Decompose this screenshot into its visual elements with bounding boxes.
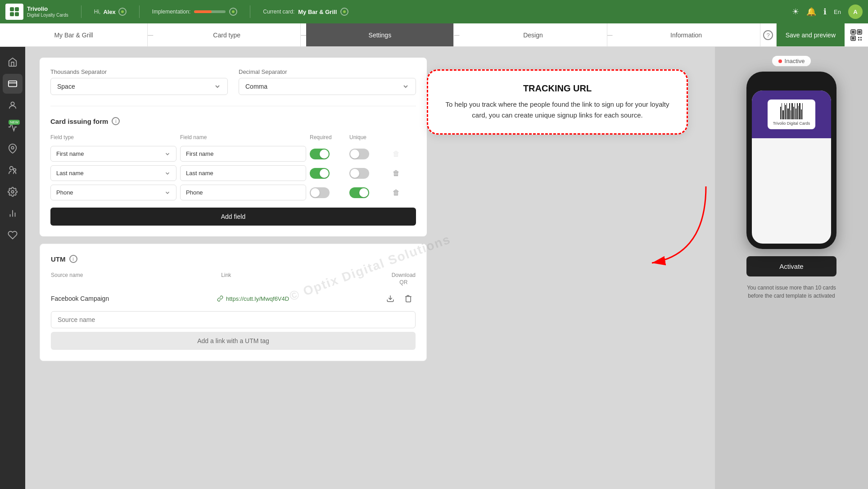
- logo-box: [5, 4, 23, 20]
- sidebar-item-card[interactable]: [3, 74, 23, 94]
- add-utm-link-button[interactable]: Add a link with a UTM tag: [51, 332, 416, 350]
- thousands-separator-select[interactable]: Space: [50, 78, 228, 95]
- phone-notch: [773, 77, 809, 87]
- decimal-separator-label: Decimal Separator: [239, 68, 416, 75]
- svg-rect-12: [9, 81, 17, 87]
- user-status-dot: [118, 8, 127, 16]
- barcode-label: Trivolio Digital Cards: [773, 121, 810, 126]
- lang-label[interactable]: En: [834, 9, 841, 15]
- utm-title: UTM: [51, 255, 66, 263]
- field-type-select-1[interactable]: First name: [50, 146, 176, 162]
- nav-right-icons: ☀ 🔔 ℹ En A: [792, 5, 863, 19]
- info-icon[interactable]: ℹ: [823, 7, 827, 17]
- svg-rect-8: [858, 37, 859, 38]
- svg-point-17: [14, 168, 16, 171]
- phone-screen: Trivolio Digital Cards: [752, 91, 831, 244]
- svg-rect-10: [858, 39, 859, 41]
- sidebar-item-analytics[interactable]: NEW: [3, 117, 23, 137]
- right-panel: TRACKING URL To help you track where the…: [715, 47, 868, 489]
- svg-text:?: ?: [767, 32, 770, 39]
- step-settings[interactable]: Settings: [306, 23, 454, 46]
- delete-field-3[interactable]: 🗑: [389, 186, 403, 200]
- step-my-bar[interactable]: My Bar & Grill: [0, 23, 148, 46]
- sidebar: NEW: [0, 47, 25, 489]
- utm-link-1[interactable]: https://cutt.ly/Mwqf6V4D: [217, 295, 378, 302]
- decimal-separator-select[interactable]: Comma: [239, 78, 416, 95]
- field-row-first-name: First name First name 🗑: [50, 146, 416, 162]
- field-type-col-header: Field type: [50, 134, 176, 140]
- utm-source-col-header: Source name: [51, 272, 216, 286]
- download-qr-button-1[interactable]: [383, 291, 398, 306]
- save-preview-button[interactable]: Save and preview: [777, 23, 845, 46]
- step-connector-4: —: [607, 32, 613, 38]
- divider-1: [50, 106, 416, 106]
- implementation-section: Implementation:: [152, 8, 237, 16]
- card-status: [340, 8, 348, 16]
- activate-button[interactable]: Activate: [746, 256, 836, 276]
- field-name-value-3: Phone: [186, 189, 203, 196]
- field-table-header: Field type Field name Required Unique: [50, 132, 416, 142]
- main-layout: NEW © Optix Digital Solutions Thousands …: [0, 47, 868, 489]
- step-my-bar-label: My Bar & Grill: [54, 32, 93, 39]
- inactive-badge: Inactive: [772, 56, 811, 66]
- step-connector-2: —: [301, 32, 306, 38]
- logo-area: Trivolio Digital Loyalty Cards: [5, 4, 68, 20]
- field-type-select-2[interactable]: Last name: [50, 165, 176, 181]
- unique-col-header: Unique: [349, 134, 385, 140]
- current-card-section: Current card: My Bar & Grill: [263, 8, 348, 16]
- delete-field-2[interactable]: 🗑: [389, 166, 403, 181]
- phone-mockup: Trivolio Digital Cards: [746, 72, 836, 249]
- sidebar-item-loyalty[interactable]: [3, 225, 23, 245]
- required-toggle-2[interactable]: [310, 168, 330, 179]
- source-name-input[interactable]: [51, 311, 416, 328]
- field-name-value-1: First name: [186, 150, 213, 157]
- avatar[interactable]: A: [848, 5, 863, 19]
- step-information[interactable]: Information: [613, 23, 760, 46]
- nav-divider-2: [139, 5, 140, 18]
- svg-rect-7: [852, 37, 854, 40]
- svg-point-14: [11, 102, 14, 105]
- field-name-input-1[interactable]: First name: [180, 146, 306, 162]
- step-help-icon[interactable]: ?: [760, 23, 777, 47]
- utm-actions-1: [383, 291, 416, 306]
- implementation-progress: [194, 10, 226, 13]
- sidebar-item-reports[interactable]: [3, 204, 23, 223]
- sidebar-item-settings[interactable]: [3, 182, 23, 202]
- step-card-type-label: Card type: [213, 32, 240, 39]
- current-card-name: My Bar & Grill: [298, 9, 337, 15]
- unique-toggle-1[interactable]: [349, 149, 369, 159]
- sidebar-item-location[interactable]: [3, 139, 23, 158]
- utm-link-url-1: https://cutt.ly/Mwqf6V4D: [226, 295, 289, 302]
- sidebar-item-home[interactable]: [3, 52, 23, 72]
- unique-toggle-3[interactable]: [349, 187, 369, 198]
- implementation-status: [229, 8, 237, 16]
- field-name-input-3[interactable]: Phone: [180, 185, 306, 200]
- card-form-info-icon[interactable]: i: [112, 117, 120, 125]
- field-name-input-2[interactable]: Last name: [180, 165, 306, 181]
- qr-icon[interactable]: [845, 23, 868, 47]
- bell-icon[interactable]: 🔔: [806, 7, 816, 17]
- unique-toggle-2[interactable]: [349, 168, 369, 179]
- utm-table-header: Source name Link DownloadQR: [51, 270, 416, 288]
- required-toggle-1[interactable]: [310, 149, 330, 159]
- step-information-label: Information: [670, 32, 702, 39]
- field-type-select-3[interactable]: Phone: [50, 185, 176, 200]
- current-card-label: Current card:: [263, 9, 294, 15]
- implementation-label: Implementation:: [152, 9, 190, 15]
- field-name-col-header: Field name: [180, 134, 306, 140]
- sidebar-item-users[interactable]: [3, 95, 23, 115]
- step-design[interactable]: Design: [459, 23, 607, 46]
- required-toggle-3[interactable]: [310, 187, 330, 198]
- step-card-type[interactable]: Card type: [153, 23, 301, 46]
- action-col-header: [389, 134, 407, 140]
- field-type-value-2: Last name: [56, 170, 84, 177]
- utm-info-icon[interactable]: i: [69, 255, 77, 263]
- thousands-separator-group: Thousands Separator Space: [50, 68, 228, 95]
- sun-icon[interactable]: ☀: [792, 7, 799, 17]
- sidebar-item-contacts[interactable]: [3, 160, 23, 180]
- utm-header: UTM i: [51, 255, 416, 263]
- delete-utm-button-1[interactable]: [401, 291, 416, 306]
- tooltip-text: To help you track where the people found…: [443, 99, 672, 121]
- add-field-button[interactable]: Add field: [50, 208, 416, 226]
- nav-divider-3: [250, 5, 250, 18]
